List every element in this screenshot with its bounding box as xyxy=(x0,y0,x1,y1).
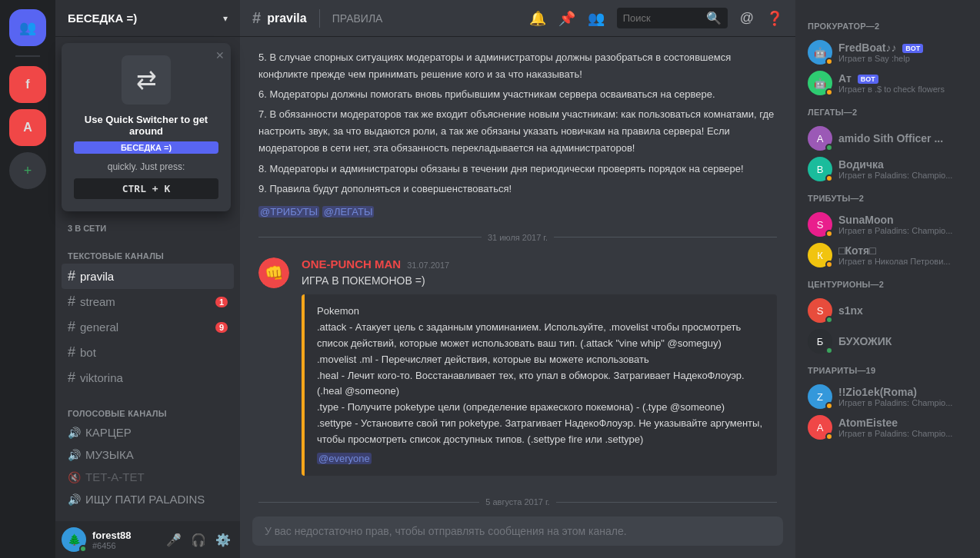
date-label: 31 июля 2017 г. xyxy=(488,233,548,242)
search-icon: 🔍 xyxy=(706,11,722,25)
message-header: ONE-PUNCH MAN 31.07.2017 xyxy=(302,257,777,271)
channel-item-bot[interactable]: # bot xyxy=(62,340,234,365)
hash-icon: # xyxy=(68,344,75,360)
sidebar: БЕСЕДКА =) ▾ ✕ ⇄ Use Quick Switcher to g… xyxy=(55,0,240,558)
member-name: БУХОЖИК xyxy=(838,335,968,347)
pin-icon[interactable]: 📌 xyxy=(558,10,575,27)
member-name: FredBoat♪♪ BOT xyxy=(838,42,968,54)
member-info: amido Sith Officer ... xyxy=(838,132,968,144)
server-name-header[interactable]: БЕСЕДКА =) ▾ xyxy=(55,0,240,37)
member-name: Aт BOT xyxy=(838,72,968,85)
chevron-down-icon: ▾ xyxy=(223,13,228,24)
channel-item-general[interactable]: # general 9 xyxy=(62,314,234,340)
status-dot xyxy=(825,230,833,237)
status-indicator xyxy=(79,545,87,553)
channel-hash-icon: # xyxy=(252,9,261,27)
server-icon-f[interactable]: f xyxy=(9,66,46,103)
message-text: ИГРА В ПОКЕМОНОВ =) xyxy=(302,274,777,289)
close-icon[interactable]: ✕ xyxy=(215,49,225,61)
member-item[interactable]: A AtomEistee Играет в Paladins: Champio.… xyxy=(802,412,974,443)
speaker-icon: 🔊 xyxy=(68,427,81,439)
date-divider-1: 31 июля 2017 г. xyxy=(258,233,777,242)
avatar: S xyxy=(808,212,832,237)
avatar: 🤖 xyxy=(808,40,832,65)
microphone-icon[interactable]: 🎤 xyxy=(163,530,185,550)
member-status: Играет в Paladins: Champio... xyxy=(838,226,968,235)
hash-icon: # xyxy=(68,370,75,386)
member-name: AtomEistee xyxy=(838,417,968,429)
date-label: 5 августа 2017 г. xyxy=(485,497,549,507)
member-item[interactable]: Б БУХОЖИК xyxy=(802,326,974,357)
voice-channel-karcer[interactable]: 🔊 КАРЦЕР xyxy=(62,421,234,443)
member-info: Водичка Играет в Paladins: Champio... xyxy=(838,158,968,180)
member-info: БУХОЖИК xyxy=(838,335,968,347)
avatar: 🌲 xyxy=(62,527,86,552)
message-box: Pokemon .attack - Атакует цель с заданны… xyxy=(302,294,777,476)
bot-badge: BOT xyxy=(858,75,878,84)
member-item[interactable]: A amido Sith Officer ... xyxy=(802,123,974,154)
message-content: ONE-PUNCH MAN 31.07.2017 ИГРА В ПОКЕМОНО… xyxy=(302,257,777,483)
unread-badge: 1 xyxy=(215,297,228,307)
text-channels-header[interactable]: ТЕКСТОВЫЕ КАНАЛЫ xyxy=(62,248,234,264)
member-status: Играет в .$ to check flowers xyxy=(838,85,968,94)
mention-legaty: @ЛЕГАТЫ xyxy=(322,206,375,218)
status-dot xyxy=(825,174,833,182)
headphones-icon[interactable]: 🎧 xyxy=(188,530,209,550)
channel-item-pravila[interactable]: # pravila xyxy=(62,264,234,289)
member-item[interactable]: S s1nx xyxy=(802,295,974,326)
member-item[interactable]: S SunaMoon Играет в Paladins: Champio... xyxy=(802,209,974,240)
channel-item-stream[interactable]: # stream 1 xyxy=(62,289,234,314)
settings-icon[interactable]: ⚙️ xyxy=(212,530,234,550)
member-item[interactable]: 🤖 Aт BOT Играет в .$ to check flowers xyxy=(802,68,974,98)
member-item[interactable]: В Водичка Играет в Paladins: Champio... xyxy=(802,154,974,184)
members-icon[interactable]: 👥 xyxy=(588,10,605,27)
message-input[interactable]: У вас недостаточно прав, чтобы отправлят… xyxy=(252,516,783,546)
server-bar: 👥 f A + xyxy=(0,0,55,558)
search-input[interactable] xyxy=(623,12,702,24)
user-info: forest88 #6456 xyxy=(92,530,157,550)
keyboard-shortcut: CTRL + K xyxy=(74,178,218,199)
search-box[interactable]: 🔍 xyxy=(617,8,728,28)
server-icon-dm[interactable]: 👥 xyxy=(9,9,46,46)
at-icon[interactable]: @ xyxy=(740,10,754,26)
status-dot xyxy=(825,58,833,65)
voice-channels-header[interactable]: ГОЛОСОВЫЕ КАНАЛЫ xyxy=(62,406,234,421)
date-divider-2: 5 августа 2017 г. xyxy=(258,497,777,507)
member-name: Водичка xyxy=(838,158,968,171)
messages-area: 5. В случае спорных ситуациях модераторы… xyxy=(240,37,795,516)
member-item[interactable]: Z !!Zio1ek(Roma) Играет в Paladins: Cham… xyxy=(802,381,974,412)
server-divider xyxy=(15,55,40,57)
channel-item-viktorina[interactable]: # viktorina xyxy=(62,365,234,390)
member-status: Играет в Paladins: Champio... xyxy=(838,429,968,438)
hash-icon: # xyxy=(68,319,75,335)
user-discriminator: #6456 xyxy=(92,541,157,550)
member-info: Aт BOT Играет в .$ to check flowers xyxy=(838,72,968,94)
main-content: # pravila ПРАВИЛА 🔔 📌 👥 🔍 @ ❓ 5. В случа… xyxy=(240,0,795,558)
member-item[interactable]: К □Котя□ Играет в Николая Петрови... xyxy=(802,240,974,271)
member-section-centurions: ЦЕНТУРИОНЫ—2 xyxy=(802,277,974,292)
speaker-icon: 🔊 xyxy=(68,449,81,461)
voice-channel-paladins[interactable]: 🔊 ИЩУ ПАТИ PALADINS xyxy=(62,488,234,510)
member-item[interactable]: 🤖 FredBoat♪♪ BOT Играет в Say :help xyxy=(802,37,974,68)
avatar: Б xyxy=(808,329,832,354)
mention-tributes: @ТРИБУТЫ xyxy=(258,206,319,218)
message-author[interactable]: ONE-PUNCH MAN xyxy=(302,257,401,271)
online-count: 3 В СЕТИ xyxy=(55,218,240,236)
member-info: s1nx xyxy=(838,304,968,317)
footer-icons: 🎤 🎧 ⚙️ xyxy=(163,530,234,550)
quick-switcher-title: Use Quick Switcher to get around xyxy=(74,114,218,137)
channel-name: pravila xyxy=(267,12,307,25)
member-status: Играет в Say :help xyxy=(838,54,968,63)
server-add-button[interactable]: + xyxy=(9,152,46,189)
bell-icon[interactable]: 🔔 xyxy=(529,10,546,27)
avatar: Z xyxy=(808,384,832,409)
quick-switcher-hint: quickly. Just press: xyxy=(74,161,218,172)
bot-badge: BOT xyxy=(902,44,923,53)
voice-channel-muzyka[interactable]: 🔊 МУЗЫКА xyxy=(62,443,234,466)
avatar: S xyxy=(808,298,832,323)
voice-channel-tet[interactable]: 🔇 ТЕТ-А-ТЕТ xyxy=(62,466,234,488)
server-icon-a[interactable]: A xyxy=(9,109,46,146)
username: forest88 xyxy=(92,530,157,541)
help-icon[interactable]: ❓ xyxy=(766,10,783,27)
member-list: ПРОКУРАТОР—2 🤖 FredBoat♪♪ BOT Играет в S… xyxy=(795,0,980,558)
